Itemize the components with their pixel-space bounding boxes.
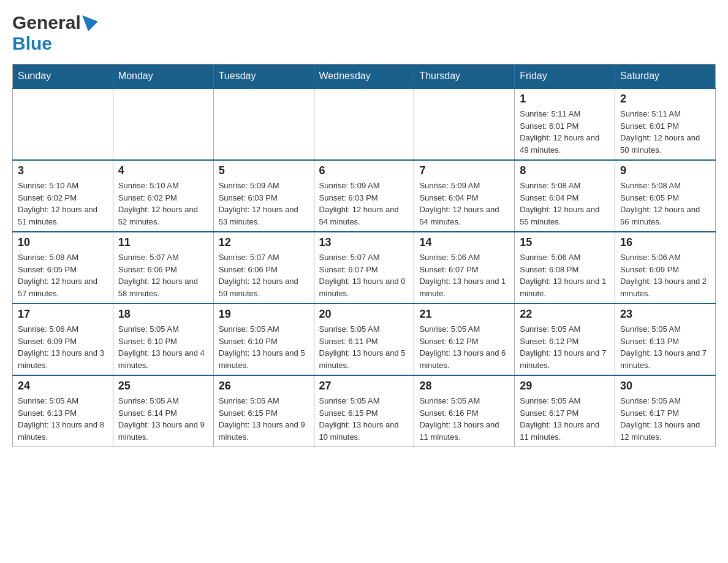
day-number: 29 bbox=[520, 380, 610, 393]
day-info: Sunrise: 5:05 AM Sunset: 6:10 PM Dayligh… bbox=[118, 323, 208, 371]
logo-blue-text: Blue bbox=[12, 33, 52, 53]
calendar-cell: 14Sunrise: 5:06 AM Sunset: 6:07 PM Dayli… bbox=[414, 232, 515, 304]
day-info: Sunrise: 5:05 AM Sunset: 6:12 PM Dayligh… bbox=[419, 323, 509, 371]
calendar-cell: 23Sunrise: 5:05 AM Sunset: 6:13 PM Dayli… bbox=[615, 304, 716, 375]
day-info: Sunrise: 5:06 AM Sunset: 6:07 PM Dayligh… bbox=[419, 251, 509, 299]
day-info: Sunrise: 5:05 AM Sunset: 6:13 PM Dayligh… bbox=[620, 323, 710, 371]
calendar-cell: 21Sunrise: 5:05 AM Sunset: 6:12 PM Dayli… bbox=[414, 304, 515, 375]
calendar-cell: 20Sunrise: 5:05 AM Sunset: 6:11 PM Dayli… bbox=[314, 304, 414, 375]
calendar-cell: 24Sunrise: 5:05 AM Sunset: 6:13 PM Dayli… bbox=[13, 375, 113, 447]
day-info: Sunrise: 5:09 AM Sunset: 6:03 PM Dayligh… bbox=[319, 180, 409, 228]
day-number: 24 bbox=[18, 380, 108, 393]
day-info: Sunrise: 5:05 AM Sunset: 6:16 PM Dayligh… bbox=[419, 395, 509, 443]
calendar-week-row: 17Sunrise: 5:06 AM Sunset: 6:09 PM Dayli… bbox=[13, 304, 716, 375]
calendar-cell: 19Sunrise: 5:05 AM Sunset: 6:10 PM Dayli… bbox=[213, 304, 314, 375]
day-info: Sunrise: 5:07 AM Sunset: 6:07 PM Dayligh… bbox=[319, 251, 409, 299]
calendar-week-row: 10Sunrise: 5:08 AM Sunset: 6:05 PM Dayli… bbox=[13, 232, 716, 304]
calendar-cell: 28Sunrise: 5:05 AM Sunset: 6:16 PM Dayli… bbox=[414, 375, 515, 447]
logo: General Blue bbox=[12, 12, 98, 54]
calendar-cell: 25Sunrise: 5:05 AM Sunset: 6:14 PM Dayli… bbox=[113, 375, 213, 447]
weekday-header-monday: Monday bbox=[113, 64, 213, 89]
calendar-cell: 6Sunrise: 5:09 AM Sunset: 6:03 PM Daylig… bbox=[314, 160, 414, 232]
calendar-cell: 4Sunrise: 5:10 AM Sunset: 6:02 PM Daylig… bbox=[113, 160, 213, 232]
calendar-cell bbox=[213, 88, 314, 160]
calendar-cell: 1Sunrise: 5:11 AM Sunset: 6:01 PM Daylig… bbox=[515, 88, 615, 160]
day-number: 18 bbox=[118, 308, 208, 321]
calendar-cell: 26Sunrise: 5:05 AM Sunset: 6:15 PM Dayli… bbox=[213, 375, 314, 447]
day-info: Sunrise: 5:05 AM Sunset: 6:13 PM Dayligh… bbox=[18, 395, 108, 443]
weekday-header-tuesday: Tuesday bbox=[213, 64, 314, 89]
day-number: 16 bbox=[620, 236, 710, 249]
day-number: 17 bbox=[18, 308, 108, 321]
day-info: Sunrise: 5:10 AM Sunset: 6:02 PM Dayligh… bbox=[118, 180, 208, 228]
day-number: 25 bbox=[118, 380, 208, 393]
calendar-cell: 8Sunrise: 5:08 AM Sunset: 6:04 PM Daylig… bbox=[515, 160, 615, 232]
day-number: 30 bbox=[620, 380, 710, 393]
calendar-week-row: 3Sunrise: 5:10 AM Sunset: 6:02 PM Daylig… bbox=[13, 160, 716, 232]
day-number: 12 bbox=[219, 236, 309, 249]
day-number: 9 bbox=[620, 164, 710, 177]
day-info: Sunrise: 5:11 AM Sunset: 6:01 PM Dayligh… bbox=[520, 108, 610, 156]
calendar-cell: 27Sunrise: 5:05 AM Sunset: 6:15 PM Dayli… bbox=[314, 375, 414, 447]
day-number: 3 bbox=[18, 164, 108, 177]
day-number: 6 bbox=[319, 164, 409, 177]
weekday-header-saturday: Saturday bbox=[615, 64, 716, 89]
calendar-cell: 12Sunrise: 5:07 AM Sunset: 6:06 PM Dayli… bbox=[213, 232, 314, 304]
day-info: Sunrise: 5:06 AM Sunset: 6:08 PM Dayligh… bbox=[520, 251, 610, 299]
day-number: 4 bbox=[118, 164, 208, 177]
day-info: Sunrise: 5:05 AM Sunset: 6:14 PM Dayligh… bbox=[118, 395, 208, 443]
day-number: 27 bbox=[319, 380, 409, 393]
day-info: Sunrise: 5:11 AM Sunset: 6:01 PM Dayligh… bbox=[620, 108, 710, 156]
weekday-header-friday: Friday bbox=[515, 64, 615, 89]
day-number: 23 bbox=[620, 308, 710, 321]
day-info: Sunrise: 5:10 AM Sunset: 6:02 PM Dayligh… bbox=[18, 180, 108, 228]
logo-arrow-icon bbox=[82, 15, 98, 31]
page-header: General Blue bbox=[12, 12, 716, 54]
day-number: 15 bbox=[520, 236, 610, 249]
calendar-cell: 7Sunrise: 5:09 AM Sunset: 6:04 PM Daylig… bbox=[414, 160, 515, 232]
day-info: Sunrise: 5:07 AM Sunset: 6:06 PM Dayligh… bbox=[118, 251, 208, 299]
calendar-cell: 5Sunrise: 5:09 AM Sunset: 6:03 PM Daylig… bbox=[213, 160, 314, 232]
day-info: Sunrise: 5:08 AM Sunset: 6:04 PM Dayligh… bbox=[520, 180, 610, 228]
calendar-week-row: 1Sunrise: 5:11 AM Sunset: 6:01 PM Daylig… bbox=[13, 88, 716, 160]
day-number: 2 bbox=[620, 93, 710, 105]
day-number: 10 bbox=[18, 236, 108, 249]
day-number: 11 bbox=[118, 236, 208, 249]
calendar-cell: 30Sunrise: 5:05 AM Sunset: 6:17 PM Dayli… bbox=[615, 375, 716, 447]
day-number: 22 bbox=[520, 308, 610, 321]
day-number: 26 bbox=[219, 380, 309, 393]
calendar-cell: 17Sunrise: 5:06 AM Sunset: 6:09 PM Dayli… bbox=[13, 304, 113, 375]
day-number: 5 bbox=[219, 164, 309, 177]
day-number: 13 bbox=[319, 236, 409, 249]
day-info: Sunrise: 5:05 AM Sunset: 6:15 PM Dayligh… bbox=[319, 395, 409, 443]
calendar-cell bbox=[13, 88, 113, 160]
calendar-cell bbox=[414, 88, 515, 160]
day-number: 7 bbox=[419, 164, 509, 177]
calendar-header: SundayMondayTuesdayWednesdayThursdayFrid… bbox=[13, 64, 716, 89]
calendar-cell: 22Sunrise: 5:05 AM Sunset: 6:12 PM Dayli… bbox=[515, 304, 615, 375]
day-info: Sunrise: 5:09 AM Sunset: 6:03 PM Dayligh… bbox=[219, 180, 309, 228]
day-number: 8 bbox=[520, 164, 610, 177]
calendar-body: 1Sunrise: 5:11 AM Sunset: 6:01 PM Daylig… bbox=[13, 88, 716, 447]
day-number: 20 bbox=[319, 308, 409, 321]
calendar-cell: 9Sunrise: 5:08 AM Sunset: 6:05 PM Daylig… bbox=[615, 160, 716, 232]
day-number: 28 bbox=[419, 380, 509, 393]
day-info: Sunrise: 5:05 AM Sunset: 6:11 PM Dayligh… bbox=[319, 323, 409, 371]
calendar-table: SundayMondayTuesdayWednesdayThursdayFrid… bbox=[12, 64, 716, 447]
day-info: Sunrise: 5:07 AM Sunset: 6:06 PM Dayligh… bbox=[219, 251, 309, 299]
calendar-cell: 11Sunrise: 5:07 AM Sunset: 6:06 PM Dayli… bbox=[113, 232, 213, 304]
day-info: Sunrise: 5:09 AM Sunset: 6:04 PM Dayligh… bbox=[419, 180, 509, 228]
day-number: 1 bbox=[520, 93, 610, 105]
calendar-cell: 18Sunrise: 5:05 AM Sunset: 6:10 PM Dayli… bbox=[113, 304, 213, 375]
calendar-cell bbox=[113, 88, 213, 160]
day-info: Sunrise: 5:05 AM Sunset: 6:12 PM Dayligh… bbox=[520, 323, 610, 371]
day-info: Sunrise: 5:05 AM Sunset: 6:17 PM Dayligh… bbox=[620, 395, 710, 443]
day-number: 21 bbox=[419, 308, 509, 321]
weekday-header-thursday: Thursday bbox=[414, 64, 515, 89]
calendar-cell: 10Sunrise: 5:08 AM Sunset: 6:05 PM Dayli… bbox=[13, 232, 113, 304]
day-number: 19 bbox=[219, 308, 309, 321]
day-info: Sunrise: 5:08 AM Sunset: 6:05 PM Dayligh… bbox=[18, 251, 108, 299]
svg-marker-0 bbox=[82, 15, 98, 31]
weekday-header-wednesday: Wednesday bbox=[314, 64, 414, 89]
calendar-cell: 15Sunrise: 5:06 AM Sunset: 6:08 PM Dayli… bbox=[515, 232, 615, 304]
